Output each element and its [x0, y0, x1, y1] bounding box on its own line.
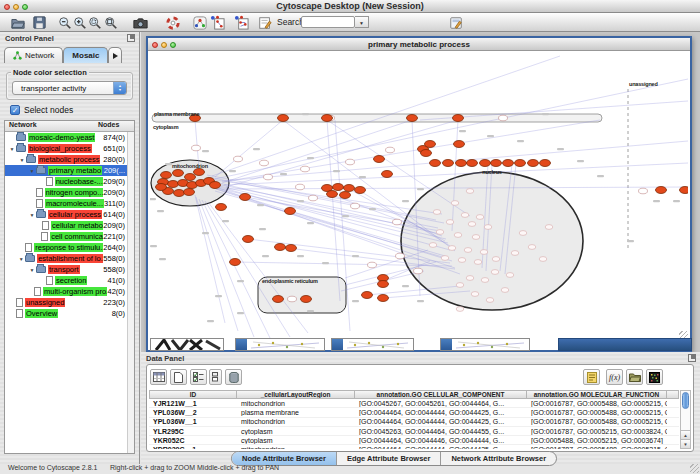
- window-resize-grip[interactable]: [690, 464, 699, 473]
- node-small[interactable]: [309, 195, 318, 201]
- node-small[interactable]: [264, 174, 273, 180]
- disclosure-triangle-icon[interactable]: ▼: [28, 212, 36, 218]
- create-view-icon[interactable]: [234, 15, 249, 30]
- node-selected-orange[interactable]: [161, 172, 172, 179]
- node-selected-orange[interactable]: [443, 160, 454, 167]
- edge[interactable]: [205, 201, 290, 337]
- node-small[interactable]: [386, 147, 395, 153]
- notes-icon[interactable]: [583, 369, 600, 385]
- new-attribute-icon[interactable]: [170, 369, 187, 385]
- node-nucleus[interactable]: [429, 243, 437, 248]
- save-icon[interactable]: [32, 15, 47, 30]
- node-nucleus[interactable]: [545, 225, 553, 230]
- scroll-up-icon[interactable]: ▲: [681, 430, 690, 439]
- node-selected-orange[interactable]: [194, 169, 205, 176]
- plugin-network-icon[interactable]: [192, 15, 207, 30]
- node-nucleus[interactable]: [456, 283, 464, 288]
- tree-row[interactable]: ▼metabolic process280(0): [5, 154, 134, 165]
- node-nucleus[interactable]: [474, 260, 482, 265]
- disclosure-triangle-icon[interactable]: ▼: [17, 256, 25, 262]
- node-nucleus[interactable]: [481, 278, 489, 283]
- tree-col-nodes[interactable]: Nodes: [98, 121, 134, 131]
- node-selected-orange[interactable]: [278, 115, 289, 122]
- col-cellular-layout-region[interactable]: _cellularLayoutRegion: [237, 390, 355, 399]
- node-nucleus[interactable]: [539, 257, 547, 262]
- minimized-window[interactable]: [150, 338, 224, 351]
- minimized-window[interactable]: [235, 338, 325, 351]
- node-small[interactable]: [393, 219, 402, 225]
- table-scrollbar[interactable]: ▲ ▼: [680, 390, 691, 449]
- float-data-panel-icon[interactable]: [688, 354, 696, 362]
- float-panel-icon[interactable]: [127, 34, 135, 42]
- tree-row[interactable]: ▼primary metabo209(...: [5, 165, 134, 176]
- select-attributes-icon[interactable]: [150, 369, 167, 385]
- annotation-icon[interactable]: [257, 15, 272, 30]
- edge[interactable]: [195, 195, 225, 323]
- node-selected-orange[interactable]: [185, 174, 196, 181]
- edge[interactable]: [215, 120, 283, 177]
- node-nucleus[interactable]: [528, 245, 536, 250]
- zoom-in-icon[interactable]: [72, 15, 87, 30]
- tab-mosaic[interactable]: Mosaic: [63, 47, 108, 63]
- open-file-icon[interactable]: [10, 15, 25, 30]
- node-nucleus[interactable]: [468, 222, 476, 227]
- node-selected-orange[interactable]: [382, 171, 393, 178]
- node-nucleus[interactable]: [436, 230, 444, 235]
- node-nucleus[interactable]: [441, 256, 449, 261]
- node-selected-orange[interactable]: [378, 281, 389, 288]
- node-selected-orange[interactable]: [240, 194, 251, 201]
- minimized-window[interactable]: [440, 338, 530, 351]
- node-small[interactable]: [346, 159, 355, 165]
- table-row[interactable]: YLR295Ccytoplasm[GO:0045263, GO:0044464,…: [149, 427, 679, 436]
- tree-row[interactable]: secretion41(0): [5, 275, 134, 286]
- table-row[interactable]: YKR052Ccytoplasm[GO:0044464, GO:0044446,…: [149, 436, 679, 445]
- node-nucleus[interactable]: [451, 201, 459, 206]
- search-input[interactable]: [301, 16, 355, 28]
- node-nucleus[interactable]: [480, 250, 488, 255]
- node-selected-orange[interactable]: [467, 160, 478, 167]
- node-small[interactable]: [499, 115, 508, 121]
- node-selected-orange[interactable]: [210, 182, 221, 189]
- node-selected-orange[interactable]: [503, 160, 514, 167]
- node-nucleus[interactable]: [472, 235, 480, 240]
- node-selected-orange[interactable]: [680, 187, 689, 194]
- node-selected-orange[interactable]: [454, 141, 465, 148]
- node-selected-orange[interactable]: [174, 190, 185, 197]
- node-nucleus[interactable]: [466, 276, 474, 281]
- node-nucleus[interactable]: [454, 233, 462, 238]
- tree-row[interactable]: cell communicat...221(0): [5, 231, 134, 242]
- search-options-icon[interactable]: [448, 15, 463, 30]
- formula-icon[interactable]: f(x): [606, 369, 623, 385]
- node-selected-orange[interactable]: [344, 185, 355, 192]
- node-selected-orange[interactable]: [491, 160, 502, 167]
- disclosure-triangle-icon[interactable]: ▼: [8, 146, 16, 152]
- node-selected-orange[interactable]: [273, 296, 284, 303]
- node-nucleus[interactable]: [433, 210, 441, 215]
- network-canvas[interactable]: plasma membrane cytoplasm mitochondrion …: [148, 51, 690, 350]
- dropdown-stepper-icon[interactable]: ▲▼: [113, 82, 126, 94]
- node-selected-orange[interactable]: [184, 189, 195, 196]
- network-graph-svg[interactable]: [150, 51, 688, 338]
- unified-icon[interactable]: [209, 369, 222, 385]
- table-row[interactable]: YDR039C__1mitochondrion[GO:0044464, GO:0…: [149, 445, 679, 449]
- node-small[interactable]: [260, 160, 269, 166]
- node-small[interactable]: [639, 188, 648, 194]
- node-selected-orange[interactable]: [286, 245, 297, 252]
- select-nodes-checkbox[interactable]: ✓: [10, 105, 20, 115]
- node-nucleus[interactable]: [506, 273, 514, 278]
- table-row[interactable]: YPL036W__2plasma membrane[GO:0044464, GO…: [149, 408, 679, 417]
- table-row[interactable]: YPL036W__1mitochondrion[GO:0044464, GO:0…: [149, 418, 679, 427]
- import-folder-icon[interactable]: [626, 369, 643, 385]
- node-nucleus[interactable]: [464, 248, 472, 253]
- node-small[interactable]: [368, 262, 377, 268]
- node-nucleus[interactable]: [476, 215, 484, 220]
- node-nucleus[interactable]: [458, 258, 466, 263]
- zoom-out-icon[interactable]: [57, 15, 72, 30]
- node-small[interactable]: [301, 166, 310, 172]
- node-small[interactable]: [288, 296, 297, 302]
- search-dropdown-button[interactable]: ▼: [355, 16, 369, 28]
- tree-row[interactable]: Overview8(0): [5, 308, 134, 319]
- snapshot-camera-icon[interactable]: [133, 15, 148, 30]
- node-small[interactable]: [351, 203, 360, 209]
- node-nucleus[interactable]: [461, 213, 469, 218]
